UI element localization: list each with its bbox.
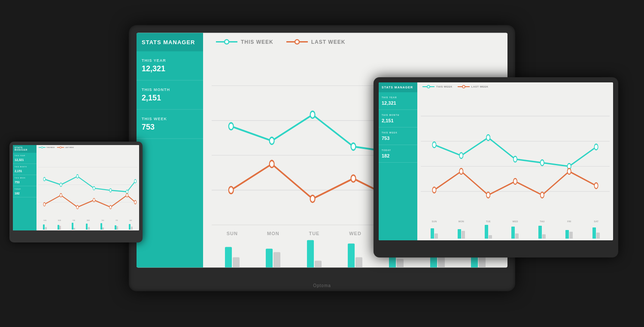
app-title: STATS MANAGER: [142, 39, 198, 45]
svg-point-64: [126, 194, 128, 197]
svg-point-40: [486, 192, 490, 198]
day-mon: MON: [253, 231, 294, 236]
svg-point-44: [594, 183, 598, 188]
small-tablet-bezel: STATS MANAGER THIS YEAR 12,321 THIS MONT…: [9, 142, 143, 242]
stat-this-week: THIS WEEK 753: [137, 110, 203, 139]
stat-this-month: THIS MONTH 2,151: [137, 81, 203, 110]
svg-point-26: [462, 85, 465, 88]
small-tablet-device: STATS MANAGER THIS YEAR 12,321 THIS MONT…: [9, 142, 143, 242]
stat-month-label: THIS MONTH: [142, 88, 198, 92]
svg-point-24: [427, 85, 430, 88]
tablet-bezel: STATS MANAGER THIS YEAR 12,321 THIS MONT…: [374, 77, 618, 257]
svg-point-54: [76, 175, 79, 178]
svg-point-61: [76, 206, 79, 209]
svg-point-10: [270, 137, 274, 144]
day-wed: WED: [335, 231, 376, 236]
chart-legend: THIS WEEK LAST WEEK: [203, 33, 507, 51]
svg-point-38: [432, 187, 436, 193]
svg-point-39: [459, 169, 463, 174]
tablet-stat-month: THIS MONTH 2,151: [379, 110, 417, 127]
tv-sidebar: STATS MANAGER THIS YEAR 12,321 THIS MONT…: [137, 33, 203, 268]
tablet-device: STATS MANAGER THIS YEAR 12,321 THIS MONT…: [374, 77, 618, 257]
sidebar-header: STATS MANAGER: [137, 33, 203, 51]
svg-point-63: [109, 206, 112, 209]
tablet-sidebar: STATS MANAGER THIS YEAR 12,321 THIS MONT…: [379, 82, 417, 240]
svg-point-53: [60, 183, 62, 186]
tablet-stat-year: THIS YEAR 12,321: [379, 92, 417, 110]
svg-point-37: [594, 144, 598, 150]
svg-point-59: [43, 203, 46, 206]
day-sun: SUN: [212, 231, 253, 236]
legend-last-week-label: LAST WEEK: [311, 39, 346, 45]
tablet-app-title: STATS MANAGER: [382, 86, 414, 89]
stat-year-label: THIS YEAR: [142, 58, 198, 63]
svg-point-17: [270, 160, 274, 167]
day-tue: TUE: [294, 231, 335, 236]
tablet-stat-today: TODAY 182: [379, 145, 417, 163]
svg-point-46: [41, 147, 43, 148]
stat-week-value: 753: [142, 123, 198, 132]
svg-point-18: [310, 195, 315, 202]
brand-label: Optoma: [313, 283, 331, 288]
svg-point-56: [109, 188, 112, 192]
stat-year-value: 12,321: [142, 64, 198, 73]
svg-point-42: [541, 192, 544, 198]
svg-point-60: [60, 194, 62, 197]
small-tablet-screen: STATS MANAGER THIS YEAR 12,321 THIS MONT…: [13, 145, 139, 230]
svg-point-32: [459, 153, 463, 158]
svg-point-1: [225, 40, 229, 44]
svg-point-33: [486, 135, 490, 140]
svg-point-57: [126, 190, 128, 194]
svg-point-12: [351, 143, 356, 150]
svg-point-52: [43, 177, 46, 181]
svg-point-19: [351, 175, 356, 182]
stat-month-value: 2,151: [142, 94, 198, 103]
svg-point-41: [513, 179, 517, 184]
svg-point-3: [295, 40, 299, 44]
legend-this-week: THIS WEEK: [216, 39, 273, 45]
tablet-sidebar-header: STATS MANAGER: [379, 82, 417, 92]
svg-point-55: [93, 187, 95, 190]
legend-last-week: LAST WEEK: [286, 39, 346, 45]
svg-point-43: [568, 169, 571, 174]
svg-point-65: [134, 200, 137, 204]
svg-point-58: [134, 179, 137, 183]
svg-point-35: [541, 160, 544, 166]
svg-point-34: [513, 156, 517, 162]
svg-point-48: [60, 147, 61, 148]
tablet-stat-week: THIS WEEK 753: [379, 127, 417, 145]
svg-point-16: [229, 187, 234, 194]
svg-point-31: [432, 142, 436, 148]
tablet-screen: STATS MANAGER THIS YEAR 12,321 THIS MONT…: [379, 82, 613, 240]
stat-this-year: THIS YEAR 12,321: [137, 51, 203, 81]
svg-point-9: [229, 123, 234, 130]
small-sidebar: STATS MANAGER THIS YEAR 12,321 THIS MONT…: [13, 145, 36, 230]
stat-week-label: THIS WEEK: [142, 117, 198, 121]
svg-point-62: [93, 198, 95, 202]
small-sidebar-header: STATS MANAGER: [13, 145, 36, 153]
legend-this-week-label: THIS WEEK: [241, 39, 273, 45]
svg-point-11: [310, 111, 315, 118]
